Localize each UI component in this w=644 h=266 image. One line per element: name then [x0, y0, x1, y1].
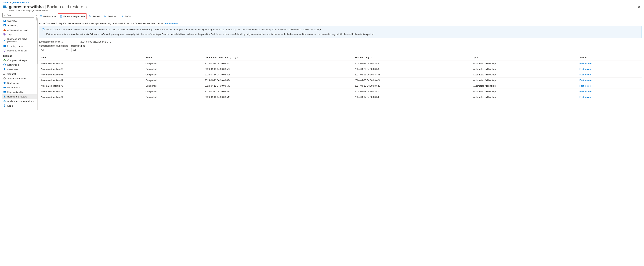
- cell-name: Automated backup #4: [39, 77, 144, 83]
- cell-completion: 2024-04-11 04:30:03.414: [203, 89, 353, 94]
- sidebar-section-settings: Settings: [2, 53, 37, 58]
- cell-type: Automated full backup: [472, 89, 578, 94]
- col-status[interactable]: Status: [144, 54, 203, 61]
- table-row: Automated backup #6Completed2024-04-15 0…: [39, 66, 642, 72]
- sidebar-item-high-availability[interactable]: High availability: [2, 90, 37, 94]
- learn-more-link[interactable]: Learn more ⧉: [164, 22, 178, 25]
- main-content: Backup now Export now (preview) Refresh …: [37, 13, 644, 110]
- mysql-icon: [2, 4, 7, 9]
- sidebar-item-replication[interactable]: Replication: [2, 81, 37, 85]
- sidebar-item-label: High availability: [7, 91, 23, 93]
- close-icon[interactable]: ✕: [636, 5, 642, 9]
- table-row: Automated backup #4Completed2024-04-13 0…: [39, 77, 642, 83]
- fast-restore-link[interactable]: Fast restore: [579, 79, 592, 82]
- fast-restore-link[interactable]: Fast restore: [579, 90, 592, 93]
- activity-icon: [3, 24, 6, 27]
- favorite-star-icon[interactable]: ☆: [85, 5, 87, 9]
- feedback-button[interactable]: Feedback: [104, 15, 118, 18]
- fast-restore-link[interactable]: Fast restore: [579, 73, 592, 76]
- col-type[interactable]: Type: [472, 54, 578, 61]
- sidebar-item-learning-center[interactable]: Learning center: [2, 44, 37, 48]
- sidebar-item-server-parameters[interactable]: Server parameters: [2, 76, 37, 81]
- cell-retained: 2024-04-19 04:30:03.645: [353, 83, 472, 89]
- sidebar-item-label: Resource visualizer: [7, 49, 27, 52]
- visualizer-icon: [3, 49, 6, 52]
- col-actions[interactable]: Actions: [578, 54, 642, 61]
- cell-retained: 2024-04-21 04:30:03.495: [353, 72, 472, 77]
- completion-range-select[interactable]: All: [39, 48, 69, 52]
- page-header: georestorewithha | Backup and restore ☆ …: [0, 4, 644, 10]
- description-text: Azure Database for MySQL flexible server…: [39, 20, 642, 26]
- table-row: Automated backup #7Completed2024-04-16 0…: [39, 61, 642, 66]
- sidebar-item-tags[interactable]: Tags: [2, 32, 37, 37]
- maintenance-icon: [3, 86, 6, 89]
- sidebar-item-label: Locks: [7, 104, 13, 107]
- table-row: Automated backup #5Completed2024-04-14 0…: [39, 72, 642, 77]
- fast-restore-link[interactable]: Fast restore: [579, 96, 592, 98]
- more-menu-icon[interactable]: ⋯: [89, 5, 92, 9]
- advisor-icon: [3, 100, 6, 102]
- col-retained[interactable]: Retained till (UTC): [353, 54, 472, 61]
- fast-restore-link[interactable]: Fast restore: [579, 84, 592, 87]
- cell-type: Automated full backup: [472, 72, 578, 77]
- fast-restore-link[interactable]: Fast restore: [579, 62, 592, 65]
- sidebar-item-access-control-iam-[interactable]: Access control (IAM): [2, 28, 37, 32]
- fast-restore-link[interactable]: Fast restore: [579, 68, 592, 70]
- sidebar-item-overview[interactable]: Overview: [2, 19, 37, 23]
- search-icon: [4, 14, 6, 16]
- tags-icon: [3, 33, 6, 36]
- sidebar-item-label: Learning center: [7, 45, 23, 47]
- completion-range-label: Completion timestamp range: [39, 44, 69, 47]
- cell-status: Completed: [144, 94, 203, 100]
- sidebar-item-activity-log[interactable]: Activity log: [2, 23, 37, 28]
- breadcrumb-resource[interactable]: georestorewithha: [12, 1, 29, 4]
- sidebar-item-compute-storage[interactable]: Compute + storage: [2, 58, 37, 62]
- col-name[interactable]: Name: [39, 54, 144, 61]
- svg-rect-5: [4, 20, 5, 21]
- sidebar-item-backup-and-restore[interactable]: Backup and restore: [2, 94, 37, 99]
- sidebar-item-label: Compute + storage: [7, 59, 27, 62]
- export-icon: [60, 15, 62, 18]
- replication-icon: [3, 82, 6, 84]
- resource-type-label: Azure Database for MySQL flexible server: [0, 9, 644, 13]
- export-now-button[interactable]: Export now (preview): [58, 14, 86, 19]
- sidebar-item-networking[interactable]: Networking: [2, 62, 37, 67]
- sidebar-item-diagnose-and-solve-problems[interactable]: Diagnose and solve problems: [2, 37, 37, 44]
- refresh-button[interactable]: Refresh: [88, 15, 101, 18]
- refresh-label: Refresh: [92, 15, 100, 18]
- resource-name: georestorewithha: [9, 4, 44, 9]
- search-input[interactable]: [2, 13, 34, 18]
- svg-point-40: [43, 29, 43, 29]
- cell-type: Automated full backup: [472, 61, 578, 66]
- cell-retained: 2024-04-18 04:30:03.414: [353, 89, 472, 94]
- cell-status: Completed: [144, 89, 203, 94]
- sidebar-item-connect[interactable]: Connect: [2, 72, 37, 76]
- info-tooltip-icon[interactable]: i: [61, 41, 63, 43]
- backup-now-button[interactable]: Backup now: [39, 15, 56, 18]
- refresh-icon: [88, 15, 92, 18]
- sidebar-item-maintenance[interactable]: Maintenance: [2, 85, 37, 90]
- cell-retained: 2024-04-17 04:30:03.548: [353, 94, 472, 100]
- sidebar-item-databases[interactable]: Databases: [2, 67, 37, 72]
- sidebar-item-resource-visualizer[interactable]: Resource visualizer: [2, 48, 37, 53]
- sidebar-item-locks[interactable]: Locks: [2, 103, 37, 108]
- content-scrollbar[interactable]: [36, 17, 37, 21]
- backup-types-select[interactable]: All: [71, 48, 101, 52]
- cell-completion: 2024-04-14 04:30:03.495: [203, 72, 353, 77]
- iam-icon: [3, 29, 6, 31]
- sidebar-item-label: Maintenance: [7, 86, 20, 89]
- connect-icon: [3, 72, 6, 75]
- breadcrumb-home[interactable]: Home: [2, 1, 8, 4]
- faqs-button[interactable]: ? FAQs: [121, 15, 131, 18]
- learning-icon: [3, 45, 6, 47]
- svg-rect-28: [4, 87, 6, 87]
- svg-point-26: [4, 83, 5, 83]
- sidebar-item-advisor-recommendations[interactable]: Advisor recommendations: [2, 99, 37, 103]
- cell-completion: 2024-04-10 04:30:03.548: [203, 94, 353, 100]
- info-icon: [42, 28, 44, 36]
- cell-status: Completed: [144, 66, 203, 72]
- sidebar-item-label: Server parameters: [7, 77, 26, 80]
- cell-completion: 2024-04-12 04:30:03.645: [203, 83, 353, 89]
- cell-completion: 2024-04-13 04:30:03.424: [203, 77, 353, 83]
- col-completion[interactable]: Completion timestamp (UTC) ↓: [203, 54, 353, 61]
